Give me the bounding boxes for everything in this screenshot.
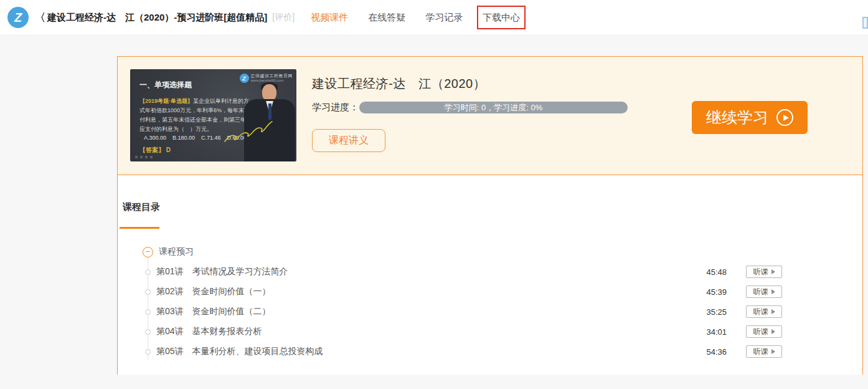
tab-video-courseware[interactable]: 视频课件: [311, 12, 348, 24]
collapse-icon[interactable]: −: [143, 247, 153, 257]
lecture-number: 第02讲: [156, 286, 184, 297]
chapter-group-row: − 课程预习: [118, 242, 862, 262]
brand-name: 正保建设工程教育网: [251, 74, 293, 79]
brand-watermark: Z 正保建设工程教育网 www.jianshe99.com: [240, 74, 293, 83]
lecture-number: 第04讲: [156, 326, 184, 337]
lecture-duration: 54:36: [706, 347, 727, 357]
listen-button-label: 听课: [753, 267, 768, 277]
lecture-number: 第03讲: [156, 306, 184, 317]
evaluate-link[interactable]: [评价]: [272, 12, 295, 23]
brand-logo-icon: Z: [240, 74, 249, 83]
catalog-heading-underline: [120, 227, 159, 229]
progress-status-text: 学习时间: 0，学习进度: 0%: [445, 102, 542, 113]
lecture-duration: 45:48: [706, 267, 727, 277]
listen-button[interactable]: 听课: [746, 325, 782, 338]
listen-button-label: 听课: [753, 287, 768, 297]
listen-button[interactable]: 听课: [746, 266, 782, 278]
listen-play-icon: [771, 289, 775, 294]
listen-button[interactable]: 听课: [746, 286, 782, 298]
tree-node-icon: [145, 309, 151, 315]
top-navbar: Z 〈 建设工程经济-达 江（2020）-预习进阶班[超值精品] [评价] 视频…: [0, 0, 868, 36]
lecture-title[interactable]: 基本财务报表分析: [192, 326, 262, 337]
lecture-number: 第01讲: [156, 266, 184, 277]
lecture-row: 第02讲 资金时间价值（一） 45:39 听课: [118, 282, 862, 302]
lecture-number: 第05讲: [156, 346, 184, 357]
lecture-title[interactable]: 资金时间价值（一）: [192, 286, 271, 297]
nav-course-title: 建设工程经济-达 江（2020）-预习进阶班[超值精品]: [47, 12, 267, 24]
course-title: 建设工程经济-达 江（2020）: [312, 75, 486, 92]
lecture-row: 第05讲 本量利分析、建设项目总投资构成 54:36 听课: [118, 342, 862, 362]
listen-play-icon: [771, 329, 775, 334]
listen-button[interactable]: 听课: [746, 305, 782, 318]
course-catalog-section: 课程目录 − 课程预习 第01讲 考试情况及学习方法简介 45:48 听课 第: [118, 175, 862, 375]
tab-download-center-label: 下载中心: [483, 12, 520, 22]
clipped-edge-element: [862, 17, 868, 29]
lecture-title[interactable]: 本量利分析、建设项目总投资构成: [192, 346, 323, 357]
progress-label: 学习进度：: [312, 102, 359, 113]
play-icon: [776, 109, 793, 126]
player-mini-controls: [135, 156, 153, 158]
slide-answer-line: 【答案】 D: [139, 146, 171, 155]
site-logo-icon[interactable]: Z: [7, 7, 29, 28]
handwritten-signature: [222, 118, 275, 145]
tree-node-icon: [145, 269, 151, 275]
progress-bar: 学习时间: 0，学习进度: 0%: [359, 102, 628, 113]
tab-online-qa[interactable]: 在线答疑: [368, 12, 405, 24]
lecture-duration: 34:01: [706, 327, 727, 337]
lecture-row: 第03讲 资金时间价值（二） 35:25 听课: [118, 302, 862, 322]
catalog-heading: 课程目录: [123, 201, 160, 213]
lecture-row: 第01讲 考试情况及学习方法简介 45:48 听课: [118, 262, 862, 282]
listen-play-icon: [771, 309, 775, 314]
listen-button-label: 听课: [753, 307, 768, 317]
continue-study-label: 继续学习: [706, 107, 768, 128]
tab-study-record[interactable]: 学习记录: [425, 12, 463, 24]
back-icon[interactable]: 〈: [35, 11, 45, 25]
tree-node-icon: [145, 289, 151, 295]
continue-study-button[interactable]: 继续学习: [692, 101, 808, 134]
listen-play-icon: [771, 349, 775, 354]
listen-play-icon: [771, 269, 775, 274]
course-hero-section: Z 正保建设工程教育网 www.jianshe99.com 一、单项选择题 【2…: [118, 57, 862, 175]
lecture-row: 第04讲 基本财务报表分析 34:01 听课: [118, 322, 862, 342]
lecture-tree: − 课程预习 第01讲 考试情况及学习方法简介 45:48 听课 第02讲 资金…: [118, 242, 862, 362]
course-panel: Z 正保建设工程教育网 www.jianshe99.com 一、单项选择题 【2…: [117, 56, 863, 375]
tab-download-center[interactable]: 下载中心: [483, 12, 520, 24]
lecture-title[interactable]: 考试情况及学习方法简介: [192, 266, 288, 277]
slide-section-heading: 一、单项选择题: [139, 80, 192, 90]
study-progress-row: 学习进度： 学习时间: 0，学习进度: 0%: [312, 102, 628, 113]
course-handout-button[interactable]: 课程讲义: [312, 129, 385, 152]
chapter-group-label[interactable]: 课程预习: [159, 246, 194, 257]
tree-node-icon: [145, 329, 151, 335]
listen-button-label: 听课: [753, 347, 768, 357]
slide-question-tag: 【2019考题·单选题】: [139, 98, 193, 104]
lecture-duration: 45:39: [706, 287, 727, 297]
lecture-duration: 35:25: [706, 307, 727, 317]
course-video-thumbnail[interactable]: Z 正保建设工程教育网 www.jianshe99.com 一、单项选择题 【2…: [130, 69, 296, 161]
listen-button[interactable]: 听课: [746, 345, 782, 358]
listen-button-label: 听课: [753, 327, 768, 337]
tree-node-icon: [145, 349, 151, 355]
lecture-title[interactable]: 资金时间价值（二）: [192, 306, 271, 317]
